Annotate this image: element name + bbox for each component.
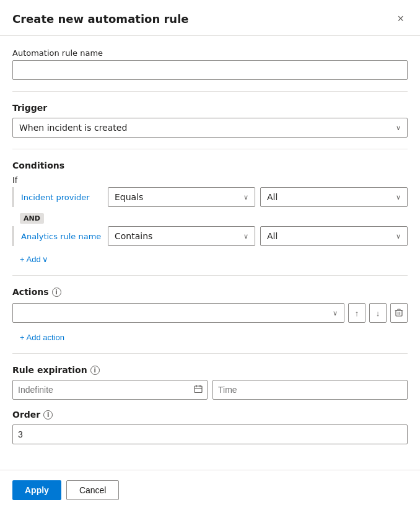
add-action-button[interactable]: + Add action — [20, 333, 64, 342]
condition-operator-1-value: Equals — [115, 192, 143, 202]
add-condition-button[interactable]: + Add ∨ — [20, 255, 48, 264]
actions-info-icon: i — [52, 288, 61, 297]
expiration-time-wrapper — [212, 380, 408, 400]
condition-value-1-chevron: ∨ — [396, 193, 401, 201]
condition-value-1[interactable]: All ∨ — [260, 187, 408, 207]
rule-expiration-section: Rule expiration i — [12, 365, 408, 400]
close-button[interactable]: × — [393, 11, 408, 27]
actions-delete-button[interactable] — [390, 303, 408, 323]
dialog-body: Automation rule name Trigger When incide… — [0, 36, 420, 459]
condition-field-2: Analytics rule name — [21, 232, 108, 241]
apply-button[interactable]: Apply — [12, 480, 61, 500]
and-badge: AND — [20, 213, 44, 224]
create-automation-rule-dialog: Create new automation rule × Automation … — [0, 0, 420, 510]
expiration-date-input[interactable] — [12, 380, 208, 400]
condition-operator-2-value: Contains — [115, 231, 152, 241]
condition-value-2-chevron: ∨ — [396, 232, 401, 240]
conditions-section: Conditions If Incident provider Equals ∨… — [12, 160, 408, 264]
divider-4 — [12, 353, 408, 354]
actions-row: ∨ ↑ ↓ — [12, 303, 408, 323]
condition-row-1: Incident provider Equals ∨ All ∨ — [12, 187, 408, 207]
condition-operator-1[interactable]: Equals ∨ — [108, 187, 255, 207]
trigger-chevron-icon: ∨ — [396, 124, 401, 132]
order-section: Order i — [12, 410, 408, 444]
actions-down-icon: ↓ — [376, 309, 380, 318]
add-condition-chevron-icon: ∨ — [42, 255, 48, 264]
divider-2 — [12, 149, 408, 149]
order-info-icon: i — [43, 410, 53, 420]
condition-selects-2: Contains ∨ All ∨ — [108, 226, 408, 246]
actions-up-icon: ↑ — [355, 309, 359, 318]
actions-up-button[interactable]: ↑ — [348, 303, 365, 323]
condition-operator-2[interactable]: Contains ∨ — [108, 226, 255, 246]
conditions-label: Conditions — [12, 160, 408, 170]
expiration-time-input[interactable] — [212, 380, 408, 400]
condition-value-2-text: All — [267, 231, 278, 241]
trigger-select[interactable]: When incident is created ∨ — [12, 118, 408, 138]
dialog-title: Create new automation rule — [12, 12, 189, 25]
rule-expiration-label: Rule expiration — [12, 365, 87, 375]
dialog-header: Create new automation rule × — [0, 0, 420, 36]
expiration-date-wrapper — [12, 380, 208, 400]
actions-delete-icon — [395, 308, 403, 319]
condition-operator-1-chevron: ∨ — [243, 193, 248, 201]
trigger-section: Trigger When incident is created ∨ — [12, 103, 408, 138]
divider-1 — [12, 91, 408, 92]
rule-expiration-info-icon: i — [90, 366, 100, 375]
automation-rule-name-label: Automation rule name — [12, 48, 408, 58]
condition-value-2[interactable]: All ∨ — [260, 226, 408, 246]
dialog-footer: Apply Cancel — [0, 470, 420, 510]
condition-value-1-text: All — [267, 192, 278, 202]
condition-row-2: Analytics rule name Contains ∨ All ∨ — [12, 226, 408, 246]
order-label: Order — [12, 410, 40, 420]
cancel-button[interactable]: Cancel — [66, 480, 120, 500]
expiration-row — [12, 380, 408, 400]
trigger-selected-value: When incident is created — [19, 123, 127, 133]
order-header: Order i — [12, 410, 408, 420]
actions-section: Actions i ∨ ↑ ↓ — [12, 287, 408, 342]
actions-chevron-icon: ∨ — [333, 309, 338, 317]
trigger-label: Trigger — [12, 103, 408, 113]
automation-rule-name-input[interactable] — [12, 60, 408, 80]
order-input[interactable] — [12, 424, 408, 444]
condition-field-1: Incident provider — [21, 193, 108, 202]
conditions-if-label: If — [12, 175, 408, 185]
actions-header: Actions i — [12, 287, 408, 297]
condition-selects-1: Equals ∨ All ∨ — [108, 187, 408, 207]
svg-rect-0 — [396, 310, 402, 316]
actions-select[interactable]: ∨ — [12, 303, 344, 323]
automation-rule-name-section: Automation rule name — [12, 48, 408, 80]
actions-down-button[interactable]: ↓ — [369, 303, 387, 323]
add-condition-label: + Add — [20, 255, 41, 264]
divider-3 — [12, 275, 408, 276]
actions-label: Actions — [12, 287, 49, 297]
rule-expiration-header: Rule expiration i — [12, 365, 408, 375]
condition-operator-2-chevron: ∨ — [243, 232, 248, 240]
add-action-label: + Add action — [20, 333, 64, 342]
